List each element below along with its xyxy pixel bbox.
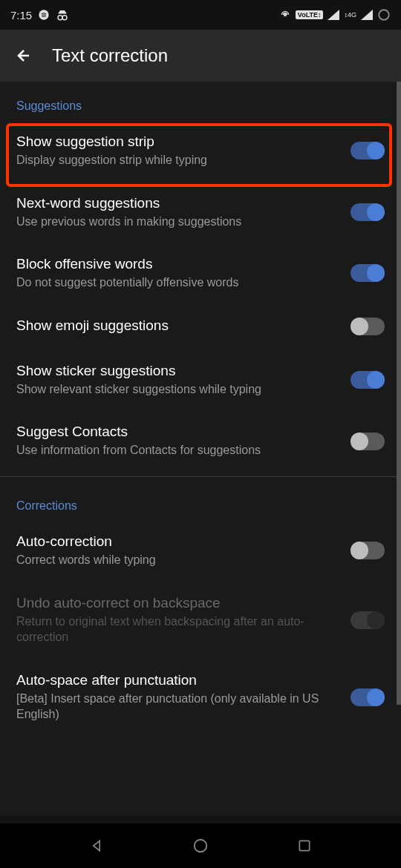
toggle-thumb (367, 203, 385, 221)
nav-home-button[interactable] (191, 836, 210, 855)
toggle-auto-space-punctuation[interactable] (351, 688, 385, 706)
triangle-left-icon (89, 838, 104, 853)
setting-undo-auto-correct: Undo auto-correct on backspace Return to… (0, 582, 401, 659)
setting-subtitle: [Beta] Insert space after punctuation (o… (16, 691, 339, 723)
signal-4g-label: ↕4G (344, 11, 356, 19)
signal-icon (327, 10, 339, 20)
toggle-show-suggestion-strip[interactable] (351, 142, 385, 160)
toggle-thumb (351, 542, 368, 559)
svg-rect-7 (299, 841, 309, 850)
setting-title: Show sticker suggestions (16, 363, 339, 379)
setting-subtitle: Display suggestion strip while typing (16, 152, 339, 168)
toggle-next-word-suggestions[interactable] (351, 203, 385, 221)
svg-point-2 (62, 16, 67, 20)
setting-show-suggestion-strip[interactable]: Show suggestion strip Display suggestion… (0, 120, 401, 182)
incognito-icon (56, 9, 69, 21)
setting-title: Undo auto-correct on backspace (16, 595, 339, 611)
loading-icon (377, 8, 391, 22)
toggle-undo-auto-correct (351, 611, 385, 629)
toggle-thumb (367, 688, 385, 706)
setting-text: Show emoji suggestions (16, 318, 351, 336)
svg-point-5 (379, 10, 389, 20)
toggle-show-sticker-suggestions[interactable] (351, 371, 385, 389)
setting-block-offensive-words[interactable]: Block offensive words Do not suggest pot… (0, 243, 401, 304)
setting-title: Suggest Contacts (16, 424, 339, 440)
setting-title: Auto-correction (16, 533, 339, 550)
status-right: VoLTE↕ ↕4G (279, 8, 391, 22)
back-button[interactable] (15, 47, 33, 65)
toggle-show-emoji-suggestions[interactable] (351, 318, 385, 335)
toggle-thumb (367, 142, 385, 160)
content-area: Suggestions Show suggestion strip Displa… (0, 82, 401, 816)
setting-text: Suggest Contacts Use information from Co… (16, 424, 351, 458)
header: Text correction (0, 30, 401, 82)
setting-show-sticker-suggestions[interactable]: Show sticker suggestions Show relevant s… (0, 349, 401, 411)
circle-icon (192, 838, 209, 854)
section-header-corrections: Corrections (0, 481, 401, 520)
toggle-thumb (367, 264, 385, 282)
nav-back-button[interactable] (87, 836, 106, 855)
toggle-thumb (351, 318, 368, 335)
status-time: 7:15 (10, 9, 32, 22)
setting-subtitle: Show relevant sticker suggestions while … (16, 381, 339, 398)
setting-subtitle: Return to original text when backspacing… (16, 614, 339, 645)
setting-text: Show suggestion strip Display suggestion… (16, 134, 351, 168)
status-bar: 7:15 VoLTE↕ ↕4G (0, 0, 401, 30)
toggle-thumb (367, 371, 385, 389)
svg-point-6 (195, 840, 207, 852)
setting-subtitle: Use previous words in making suggestions (16, 214, 339, 230)
setting-show-emoji-suggestions[interactable]: Show emoji suggestions (0, 304, 401, 349)
setting-title: Show emoji suggestions (16, 318, 339, 334)
status-left: 7:15 (10, 9, 69, 22)
setting-text: Auto-correction Correct words while typi… (16, 533, 351, 568)
setting-title: Show suggestion strip (16, 134, 339, 150)
setting-text: Undo auto-correct on backspace Return to… (16, 595, 351, 645)
svg-point-1 (58, 16, 62, 20)
square-icon (297, 838, 312, 853)
toggle-suggest-contacts[interactable] (351, 433, 385, 450)
page-title: Text correction (52, 45, 168, 66)
setting-auto-correction[interactable]: Auto-correction Correct words while typi… (0, 520, 401, 582)
setting-subtitle: Use information from Contacts for sugges… (16, 442, 339, 458)
setting-subtitle: Do not suggest potentially offensive wor… (16, 274, 339, 291)
setting-title: Block offensive words (16, 256, 339, 272)
setting-next-word-suggestions[interactable]: Next-word suggestions Use previous words… (0, 182, 401, 243)
setting-text: Auto-space after punctuation [Beta] Inse… (16, 672, 351, 723)
section-header-suggestions: Suggestions (0, 82, 401, 120)
setting-title: Next-word suggestions (16, 195, 339, 211)
hotspot-icon (279, 9, 291, 21)
setting-text: Show sticker suggestions Show relevant s… (16, 363, 351, 398)
nav-recents-button[interactable] (295, 836, 314, 855)
setting-text: Block offensive words Do not suggest pot… (16, 256, 351, 291)
setting-text: Next-word suggestions Use previous words… (16, 195, 351, 230)
spotify-icon (38, 9, 50, 21)
setting-title: Auto-space after punctuation (16, 672, 339, 688)
toggle-auto-correction[interactable] (351, 542, 385, 559)
toggle-block-offensive-words[interactable] (351, 264, 385, 282)
svg-point-4 (284, 14, 286, 16)
setting-auto-space-punctuation[interactable]: Auto-space after punctuation [Beta] Inse… (0, 659, 401, 736)
signal-icon-2 (361, 10, 373, 20)
section-divider (0, 476, 401, 477)
arrow-left-icon (15, 47, 33, 65)
toggle-thumb (367, 611, 385, 629)
toggle-thumb (351, 433, 368, 450)
setting-subtitle: Correct words while typing (16, 552, 339, 568)
volte-badge: VoLTE↕ (296, 10, 324, 19)
navigation-bar (0, 823, 401, 868)
setting-suggest-contacts[interactable]: Suggest Contacts Use information from Co… (0, 410, 401, 472)
